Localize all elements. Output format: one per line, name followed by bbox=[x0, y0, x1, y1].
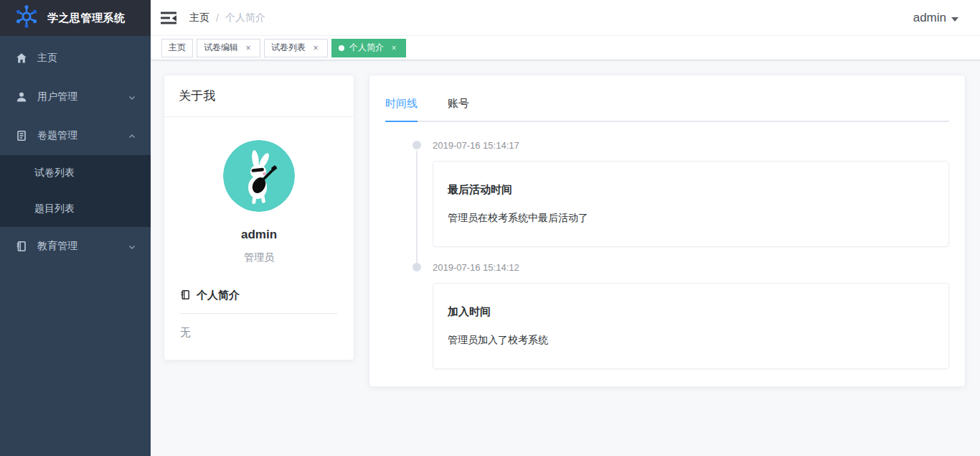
tag-label: 试卷列表 bbox=[271, 42, 306, 54]
profile-role: 管理员 bbox=[180, 251, 338, 264]
sidebar-item-label: 用户管理 bbox=[37, 90, 77, 103]
card-title: 关于我 bbox=[164, 75, 354, 117]
timeline-entry-card: 加入时间 管理员加入了校考系统 bbox=[433, 283, 949, 369]
tag-home[interactable]: 主页 bbox=[161, 39, 193, 57]
timeline-dot bbox=[413, 263, 421, 271]
timeline-dot bbox=[413, 141, 421, 149]
activity-tabs: 时间线 账号 bbox=[385, 88, 949, 122]
breadcrumb-separator: / bbox=[216, 12, 219, 24]
app-logo[interactable]: 学之思管理系统 bbox=[0, 0, 151, 36]
tab-account[interactable]: 账号 bbox=[448, 97, 469, 121]
timeline-entry-title: 最后活动时间 bbox=[448, 183, 934, 197]
tag-paper-edit[interactable]: 试卷编辑 × bbox=[197, 39, 260, 57]
submenu-item-label: 试卷列表 bbox=[34, 167, 75, 180]
breadcrumb-home[interactable]: 主页 bbox=[189, 11, 209, 24]
sidebar: 学之思管理系统 主页 用户管理 bbox=[0, 0, 151, 456]
timeline-timestamp: 2019-07-16 15:14:17 bbox=[433, 141, 949, 150]
chevron-up-icon bbox=[128, 131, 136, 140]
chevron-down-icon bbox=[128, 242, 136, 251]
education-icon bbox=[16, 241, 27, 252]
sidebar-item-home[interactable]: 主页 bbox=[0, 39, 151, 78]
sidebar-submenu-paper: 试卷列表 题目列表 bbox=[0, 155, 151, 227]
sidebar-item-paper-management[interactable]: 卷题管理 bbox=[0, 116, 151, 155]
tags-view-bar: 主页 试卷编辑 × 试卷列表 × 个人简介 × bbox=[151, 36, 980, 60]
tab-timeline[interactable]: 时间线 bbox=[385, 97, 418, 121]
sidebar-item-user-management[interactable]: 用户管理 bbox=[0, 78, 151, 116]
sidebar-item-label: 教育管理 bbox=[37, 240, 77, 253]
close-icon[interactable]: × bbox=[243, 43, 253, 53]
sidebar-item-label: 卷题管理 bbox=[37, 129, 77, 142]
avatar bbox=[223, 140, 295, 212]
chevron-down-icon bbox=[128, 93, 136, 101]
profile-body: admin 管理员 个人简介 无 bbox=[164, 117, 354, 360]
bio-label: 个人简介 bbox=[197, 289, 240, 302]
bio-value: 无 bbox=[180, 326, 338, 340]
timeline-item: 2019-07-16 15:14:17 最后活动时间 管理员在校考系统中最后活动… bbox=[385, 141, 949, 263]
timeline-item: 2019-07-16 15:14:12 加入时间 管理员加入了校考系统 bbox=[385, 263, 949, 385]
breadcrumb-current: 个人简介 bbox=[225, 11, 265, 24]
top-navbar: 主页 / 个人简介 admin bbox=[151, 0, 980, 36]
divider bbox=[180, 313, 338, 314]
submenu-item-label: 题目列表 bbox=[34, 203, 75, 215]
home-icon bbox=[16, 52, 27, 64]
timeline-entry-title: 加入时间 bbox=[448, 305, 934, 319]
sidebar-item-label: 主页 bbox=[37, 52, 57, 65]
profile-username: admin bbox=[180, 228, 338, 242]
sidebar-menu: 主页 用户管理 卷题管理 bbox=[0, 36, 151, 266]
bio-notebook-icon bbox=[180, 289, 191, 302]
activity-card: 时间线 账号 2019-07-16 15:14:17 最后活动时间 管理员在校考… bbox=[369, 75, 966, 387]
close-icon[interactable]: × bbox=[311, 43, 321, 53]
sidebar-item-exam-paper-list[interactable]: 试卷列表 bbox=[0, 155, 151, 191]
user-icon bbox=[16, 91, 27, 103]
exam-paper-icon bbox=[16, 130, 27, 141]
timeline-entry-content: 管理员加入了校考系统 bbox=[448, 334, 934, 347]
tag-label: 个人简介 bbox=[349, 42, 384, 54]
caret-down-icon bbox=[951, 11, 958, 24]
tag-label: 试卷编辑 bbox=[204, 42, 238, 54]
logo-icon bbox=[14, 4, 39, 32]
page-content: 关于我 bbox=[151, 60, 980, 456]
main-area: 主页 / 个人简介 admin 主页 试卷编辑 × 试卷列表 × bbox=[151, 0, 980, 456]
breadcrumb: 主页 / 个人简介 bbox=[189, 11, 265, 24]
user-name: admin bbox=[913, 11, 946, 25]
app-window: 学之思管理系统 主页 用户管理 bbox=[0, 0, 980, 456]
app-title: 学之思管理系统 bbox=[47, 11, 126, 25]
close-icon[interactable]: × bbox=[389, 43, 399, 53]
sidebar-item-question-list[interactable]: 题目列表 bbox=[0, 191, 151, 227]
user-dropdown[interactable]: admin bbox=[913, 11, 958, 25]
tag-profile-active[interactable]: 个人简介 × bbox=[331, 39, 406, 57]
timeline-entry-content: 管理员在校考系统中最后活动了 bbox=[448, 212, 934, 225]
timeline-entry-card: 最后活动时间 管理员在校考系统中最后活动了 bbox=[433, 161, 949, 247]
sidebar-item-education-management[interactable]: 教育管理 bbox=[0, 227, 151, 266]
timeline-timestamp: 2019-07-16 15:14:12 bbox=[433, 263, 949, 272]
timeline: 2019-07-16 15:14:17 最后活动时间 管理员在校考系统中最后活动… bbox=[385, 141, 949, 385]
tag-label: 主页 bbox=[169, 42, 186, 54]
about-me-card: 关于我 bbox=[164, 75, 354, 360]
tag-paper-list[interactable]: 试卷列表 × bbox=[264, 39, 328, 57]
sidebar-collapse-icon[interactable] bbox=[161, 11, 176, 24]
active-dot-icon bbox=[339, 45, 344, 51]
